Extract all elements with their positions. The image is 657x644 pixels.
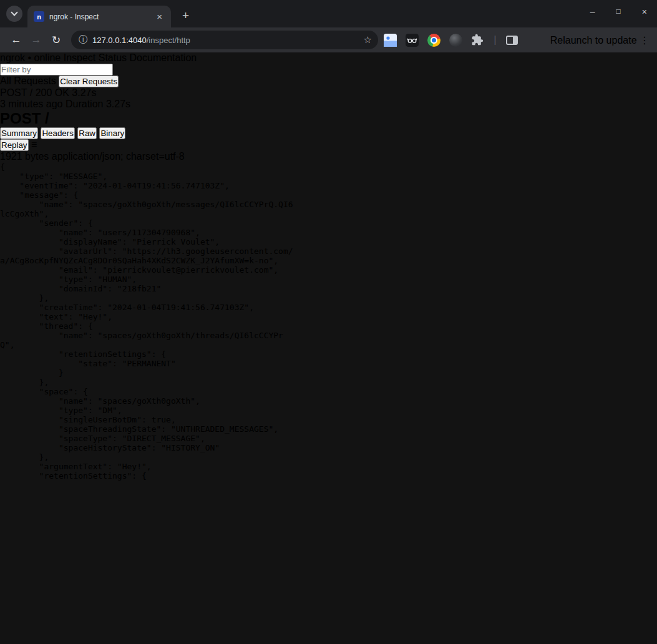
- tab-title: ngrok - Inspect: [49, 12, 149, 21]
- relaunch-to-update-button[interactable]: Relaunch to update ⋮: [550, 34, 650, 46]
- request-body-block: { "type": "MESSAGE", "eventTime": "2024-…: [0, 162, 657, 481]
- url-text: 127.0.0.1:4040/inspect/http: [92, 36, 190, 45]
- browser-toolbar: ← → ↻ ⓘ 127.0.0.1:4040/inspect/http ☆ | …: [0, 27, 657, 52]
- relaunch-label: Relaunch to update: [550, 35, 637, 46]
- window-controls: – □ ×: [590, 7, 657, 17]
- request-row[interactable]: POST / 200 OK 3.27s: [0, 87, 657, 99]
- refresh-button[interactable]: ↻: [46, 30, 66, 50]
- ngrok-favicon-icon: n: [34, 11, 44, 22]
- toolbar-right-cluster: | Relaunch to update ⋮: [383, 32, 650, 48]
- forward-button[interactable]: →: [26, 30, 46, 50]
- extension-chrome-icon[interactable]: [427, 33, 440, 47]
- request-duration: 3.27s: [72, 87, 96, 98]
- chevron-down-icon: [11, 9, 17, 16]
- tunnel-status: online: [34, 52, 61, 63]
- close-window-button[interactable]: ×: [642, 7, 647, 17]
- extension-photos-icon[interactable]: [383, 33, 397, 47]
- back-button[interactable]: ←: [6, 30, 26, 50]
- browser-titlebar: n ngrok - Inspect × + – □ ×: [0, 0, 657, 27]
- url-path: /inspect/http: [147, 36, 190, 45]
- requests-header: All Requests Clear Requests: [0, 76, 657, 87]
- request-body-json: { "type": "MESSAGE", "eventTime": "2024-…: [0, 162, 657, 481]
- detail-tabs: Summary Headers Raw Binary Replay ≡: [0, 127, 657, 151]
- side-panel-icon[interactable]: [506, 36, 518, 45]
- replay-button-group: Replay ≡: [0, 139, 657, 151]
- requests-panel: All Requests Clear Requests POST / 200 O…: [0, 76, 657, 99]
- bookmark-star-icon[interactable]: ☆: [364, 34, 372, 46]
- extension-goggles-icon[interactable]: [405, 33, 419, 47]
- duration-label: Duration: [66, 99, 103, 109]
- minimize-button[interactable]: –: [590, 7, 595, 17]
- filter-input[interactable]: [0, 64, 113, 76]
- ngrok-logo: ngrok: [0, 52, 25, 63]
- request-method-path: POST /: [0, 87, 32, 98]
- new-tab-button[interactable]: +: [178, 9, 193, 22]
- maximize-button[interactable]: □: [616, 7, 621, 17]
- browser-menu-icon[interactable]: ⋮: [640, 35, 650, 46]
- documentation-link[interactable]: Documentation: [130, 52, 197, 63]
- tab-search-button[interactable]: [6, 6, 22, 22]
- duration-value: 3.27s: [106, 99, 130, 109]
- nav-inspect[interactable]: Inspect: [64, 52, 96, 63]
- body-meta: 1921 bytes application/json; charset=utf…: [0, 151, 657, 162]
- tab-close-icon[interactable]: ×: [154, 11, 165, 22]
- clear-requests-button[interactable]: Clear Requests: [59, 76, 119, 87]
- request-time-ago: 3 minutes ago: [0, 99, 63, 109]
- tab-summary[interactable]: Summary: [0, 127, 38, 139]
- nav-status[interactable]: Status: [99, 52, 127, 63]
- site-info-icon[interactable]: ⓘ: [79, 34, 87, 46]
- request-detail-panel: 3 minutes ago Duration 3.27s POST / Summ…: [0, 99, 657, 481]
- browser-tab[interactable]: n ngrok - Inspect ×: [27, 6, 171, 27]
- tab-binary[interactable]: Binary: [99, 127, 125, 139]
- tab-headers[interactable]: Headers: [41, 127, 74, 139]
- status-dot-icon: •: [27, 52, 31, 63]
- address-bar[interactable]: ⓘ 127.0.0.1:4040/inspect/http ☆: [71, 31, 378, 49]
- toolbar-separator: |: [492, 34, 497, 46]
- site-header: ngrok • online Inspect Status Documentat…: [0, 52, 657, 64]
- replay-menu-icon[interactable]: ≡: [31, 139, 37, 150]
- detail-title: POST /: [0, 110, 657, 127]
- replay-button[interactable]: Replay: [0, 139, 29, 151]
- tab-raw[interactable]: Raw: [77, 127, 97, 139]
- content-area: All Requests Clear Requests POST / 200 O…: [0, 76, 657, 481]
- extensions-puzzle-icon[interactable]: [470, 33, 484, 47]
- request-status: 200 OK: [36, 87, 69, 98]
- requests-title: All Requests: [0, 76, 56, 86]
- url-host: 127.0.0.1:4040: [92, 36, 147, 45]
- profile-avatar[interactable]: [526, 32, 542, 48]
- detail-header: 3 minutes ago Duration 3.27s: [0, 99, 657, 110]
- ngrok-inspect-page: ngrok • online Inspect Status Documentat…: [0, 52, 657, 481]
- extension-dark-orb-icon[interactable]: [449, 33, 462, 47]
